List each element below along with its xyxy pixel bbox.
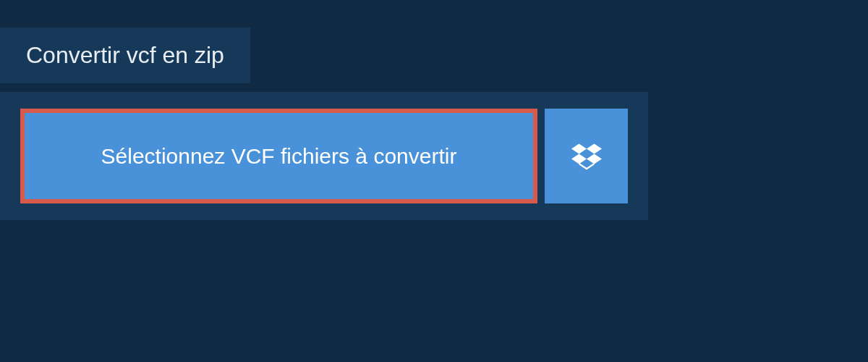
dropbox-button[interactable]	[545, 109, 628, 203]
select-files-label: Sélectionnez VCF fichiers à convertir	[101, 144, 457, 169]
tab-convert[interactable]: Convertir vcf en zip	[0, 28, 250, 83]
tab-container: Convertir vcf en zip	[0, 28, 250, 83]
dropbox-icon	[571, 141, 602, 172]
tab-label: Convertir vcf en zip	[26, 42, 224, 68]
select-files-button[interactable]: Sélectionnez VCF fichiers à convertir	[20, 109, 537, 203]
upload-panel: Sélectionnez VCF fichiers à convertir	[0, 92, 648, 220]
